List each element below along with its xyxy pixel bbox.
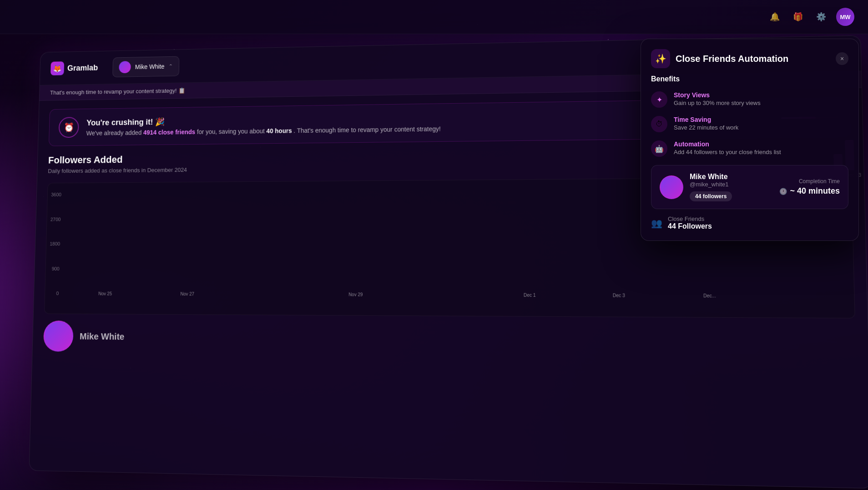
y-label-1800: 1800	[50, 241, 60, 247]
bar-label-dec1: Dec 1	[524, 293, 536, 298]
cf-value: 44 Followers	[668, 222, 712, 230]
y-label-0: 0	[48, 290, 59, 296]
completion-time-value: ~ 40 minutes	[790, 186, 840, 196]
benefit-story-content: Story Views Gain up to 30% more story vi…	[674, 91, 761, 106]
bar-group-nov29b	[400, 295, 484, 298]
highlight-friends: 4914 close friends	[143, 128, 195, 136]
benefit-automation-title: Automation	[674, 140, 781, 148]
ticker-text: That's enough time to revamp your conten…	[50, 87, 185, 96]
benefit-time-content: Time Saving Save 22 minutes of work	[674, 116, 738, 131]
profile-avatar	[43, 320, 74, 352]
user-card-handle: @mike_white1	[690, 181, 732, 188]
bar-group-nov29a: Nov 29	[315, 289, 397, 297]
user-card: Mike White @mike_white1 44 followers Com…	[651, 165, 848, 209]
banner-title: You're crushing it! 🎉	[86, 113, 441, 128]
bar-label-nov29: Nov 29	[348, 292, 363, 297]
close-friends-modal: ✨ Close Friends Automation × Benefits ✦ …	[641, 39, 859, 241]
user-avatar-top[interactable]: MW	[836, 8, 854, 26]
close-friends-stats: 👥 Close Friends 44 Followers	[651, 215, 848, 230]
logo-area: 🦊 Gramlab	[50, 61, 98, 75]
time-saving-icon: ⏱	[651, 116, 667, 132]
cf-label: Close Friends	[668, 215, 712, 222]
benefit-story-title: Story Views	[674, 91, 761, 99]
followers-badge: 44 followers	[690, 191, 732, 201]
benefit-time-title: Time Saving	[674, 116, 738, 123]
user-card-avatar	[660, 175, 683, 199]
banner-text-before: We've already added	[86, 129, 141, 136]
bar-label-nov25: Nov 25	[98, 291, 112, 296]
modal-title: Close Friends Automation	[676, 54, 788, 64]
user-card-info: Mike White @mike_white1 44 followers	[690, 173, 732, 201]
banner-description: We've already added 4914 close friends f…	[86, 125, 440, 136]
bell-icon[interactable]: 🔔	[767, 9, 783, 25]
gift-icon[interactable]: 🎁	[790, 9, 806, 25]
highlight-hours: 40 hours	[266, 127, 292, 134]
y-label-3600: 3600	[51, 192, 61, 197]
benefit-time-saving: ⏱ Time Saving Save 22 minutes of work	[651, 116, 848, 132]
modal-close-button[interactable]: ×	[836, 52, 848, 65]
profile-name: Mike White	[80, 331, 125, 342]
bar-group-nov27b	[231, 294, 311, 297]
bar-label-dec3: Dec 3	[613, 293, 625, 298]
chart-y-labels: 3600 2700 1800 900 0	[45, 192, 65, 296]
chevron-down-icon: ⌃	[169, 63, 173, 69]
bar-group-dec1: Dec 1	[487, 290, 572, 298]
banner-text-after: . That's enough time to revamp your cont…	[293, 125, 440, 134]
settings-icon[interactable]: ⚙️	[813, 9, 829, 25]
user-avatar-selector	[119, 61, 131, 73]
bar-label-dec3b: Dec...	[703, 293, 716, 298]
banner-text: You're crushing it! 🎉 We've already adde…	[86, 113, 440, 137]
benefit-story-views: ✦ Story Views Gain up to 30% more story …	[651, 91, 848, 108]
banner-text-middle: for you, saving you about	[197, 127, 265, 135]
modal-body: Benefits ✦ Story Views Gain up to 30% mo…	[641, 75, 858, 240]
bar-group-nov27a: Nov 27	[148, 289, 227, 296]
benefit-automation-content: Automation Add 44 followers to your clos…	[674, 140, 781, 155]
y-label-900: 900	[49, 266, 60, 271]
clock-completion-icon: 🕐	[779, 188, 787, 195]
benefit-story-desc: Gain up to 30% more story views	[674, 100, 761, 106]
completion-time: 🕐 ~ 40 minutes	[779, 186, 840, 196]
bar-group-dec3b: Dec...	[666, 290, 754, 299]
benefit-time-desc: Save 22 minutes of work	[674, 124, 738, 131]
logo-text: Gramlab	[67, 63, 98, 73]
benefit-automation: 🤖 Automation Add 44 followers to your cl…	[651, 140, 848, 157]
cf-info: Close Friends 44 Followers	[668, 215, 712, 230]
modal-header: ✨ Close Friends Automation ×	[641, 39, 858, 75]
user-name-selector: Mike White	[135, 63, 165, 70]
clock-icon: ⏰	[59, 117, 79, 138]
benefits-title: Benefits	[651, 75, 848, 83]
logo-icon: 🦊	[50, 61, 64, 75]
completion-area: Completion Time 🕐 ~ 40 minutes	[779, 178, 840, 196]
automation-icon: 🤖	[651, 140, 667, 157]
story-views-icon: ✦	[651, 91, 667, 108]
sparkle-icon: ✨	[651, 49, 670, 68]
bar-group-dec-extra	[757, 296, 847, 299]
user-card-name: Mike White	[690, 173, 732, 181]
completion-label: Completion Time	[779, 178, 840, 185]
bar-label-nov27: Nov 27	[180, 291, 194, 296]
profile-section: Mike White	[43, 314, 856, 366]
bar-group-nov25: Nov 25	[66, 289, 145, 296]
bar-group-dec3a: Dec 3	[576, 290, 662, 298]
people-icon: 👥	[651, 218, 662, 229]
modal-title-area: ✨ Close Friends Automation	[651, 49, 788, 68]
benefit-automation-desc: Add 44 followers to your close friends l…	[674, 149, 781, 155]
y-label-2700: 2700	[50, 216, 61, 222]
user-selector[interactable]: Mike White ⌃	[112, 56, 179, 77]
top-bar: 🔔 🎁 ⚙️ MW	[0, 0, 868, 34]
